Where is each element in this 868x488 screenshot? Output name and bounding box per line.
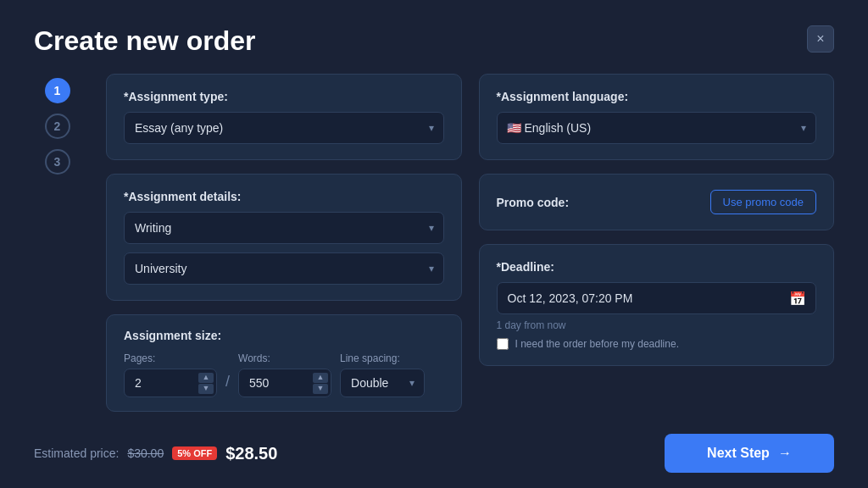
assignment-type-card: *Assignment type: Essay (any type) Resea… bbox=[106, 74, 462, 160]
deadline-hint: 1 day from now bbox=[497, 319, 817, 331]
pages-label: Pages: bbox=[124, 352, 217, 364]
level-select[interactable]: University High School College Master's … bbox=[124, 252, 444, 285]
words-group: Words: ▲ ▼ bbox=[238, 352, 331, 397]
next-step-arrow-icon: → bbox=[778, 446, 792, 461]
line-spacing-select[interactable]: Double Single 1.5 bbox=[340, 369, 425, 397]
assignment-type-select[interactable]: Essay (any type) Research Paper Term Pap… bbox=[124, 112, 444, 144]
form-area: *Assignment type: Essay (any type) Resea… bbox=[106, 74, 834, 412]
pages-input-wrapper: ▲ ▼ bbox=[124, 369, 217, 397]
deadline-card: *Deadline: 📅 1 day from now I need the o… bbox=[479, 244, 835, 366]
line-spacing-select-wrapper: Double Single 1.5 ▾ bbox=[340, 369, 425, 397]
words-up-button[interactable]: ▲ bbox=[313, 373, 328, 383]
calendar-icon: 📅 bbox=[789, 291, 806, 307]
modal-container: Create new order × 1 2 3 *Assignment typ… bbox=[0, 0, 868, 488]
form-right: *Assignment language: 🇺🇸 English (US) En… bbox=[479, 74, 835, 412]
promo-label: Promo code: bbox=[497, 196, 570, 209]
slash-divider: / bbox=[225, 373, 230, 391]
line-spacing-label: Line spacing: bbox=[340, 352, 425, 364]
deadline-input[interactable] bbox=[497, 282, 817, 314]
writing-select[interactable]: Writing Rewriting Editing Proofreading bbox=[124, 212, 444, 244]
assignment-size-card: Assignment size: Pages: ▲ ▼ bbox=[106, 314, 462, 412]
step-3-circle[interactable]: 3 bbox=[45, 149, 70, 175]
deadline-checkbox[interactable] bbox=[497, 338, 509, 350]
assignment-type-label: *Assignment type: bbox=[124, 90, 444, 103]
line-spacing-group: Line spacing: Double Single 1.5 ▾ bbox=[340, 352, 425, 397]
step-2-circle[interactable]: 2 bbox=[45, 114, 70, 139]
main-content: 1 2 3 *Assignment type: Essay (any type)… bbox=[34, 74, 834, 412]
discount-badge: 5% OFF bbox=[172, 446, 217, 460]
step-panel: 1 2 3 bbox=[34, 74, 81, 412]
words-down-button[interactable]: ▼ bbox=[313, 384, 328, 394]
language-select[interactable]: English (US) English (UK) French German bbox=[497, 112, 817, 144]
pages-spinner: ▲ ▼ bbox=[198, 373, 214, 394]
deadline-checkbox-row: I need the order before my deadline. bbox=[497, 338, 817, 350]
use-promo-button[interactable]: Use promo code bbox=[710, 190, 816, 214]
level-select-wrapper: University High School College Master's … bbox=[124, 252, 444, 285]
modal-header: Create new order × bbox=[34, 25, 834, 57]
flag-icon: 🇺🇸 bbox=[507, 121, 521, 135]
original-price: $30.00 bbox=[127, 446, 164, 460]
writing-select-wrapper: Writing Rewriting Editing Proofreading ▾ bbox=[124, 212, 444, 244]
words-spinner: ▲ ▼ bbox=[313, 373, 328, 394]
words-input-wrapper: ▲ ▼ bbox=[238, 369, 331, 397]
assignment-type-select-wrapper: Essay (any type) Research Paper Term Pap… bbox=[124, 112, 444, 144]
final-price: $28.50 bbox=[225, 444, 277, 463]
deadline-input-wrapper: 📅 bbox=[497, 282, 817, 314]
step-1-circle[interactable]: 1 bbox=[45, 78, 70, 103]
assignment-details-label: *Assignment details: bbox=[124, 190, 444, 203]
assignment-size-title: Assignment size: bbox=[124, 329, 444, 342]
assignment-language-card: *Assignment language: 🇺🇸 English (US) En… bbox=[479, 74, 835, 160]
pages-up-button[interactable]: ▲ bbox=[198, 373, 214, 383]
deadline-label: *Deadline: bbox=[497, 260, 817, 274]
close-button[interactable]: × bbox=[807, 25, 834, 53]
footer-bar: Estimated price: $30.00 5% OFF $28.50 Ne… bbox=[34, 425, 834, 473]
form-left: *Assignment type: Essay (any type) Resea… bbox=[106, 74, 462, 412]
next-step-label: Next Step bbox=[707, 446, 770, 461]
pages-group: Pages: ▲ ▼ bbox=[124, 352, 217, 397]
price-section: Estimated price: $30.00 5% OFF $28.50 bbox=[34, 444, 277, 463]
language-select-wrapper: 🇺🇸 English (US) English (UK) French Germ… bbox=[497, 112, 817, 144]
next-step-button[interactable]: Next Step → bbox=[665, 434, 834, 473]
modal-title: Create new order bbox=[34, 25, 255, 57]
assignment-details-card: *Assignment details: Writing Rewriting E… bbox=[106, 174, 462, 301]
promo-code-card: Promo code: Use promo code bbox=[479, 174, 835, 230]
words-label: Words: bbox=[238, 352, 331, 364]
pages-down-button[interactable]: ▼ bbox=[198, 384, 214, 394]
estimated-label: Estimated price: bbox=[34, 446, 119, 460]
assignment-language-label: *Assignment language: bbox=[497, 90, 817, 103]
deadline-checkbox-label: I need the order before my deadline. bbox=[515, 338, 679, 350]
size-row: Pages: ▲ ▼ / Words: bbox=[124, 352, 444, 397]
promo-row: Promo code: Use promo code bbox=[497, 190, 817, 214]
